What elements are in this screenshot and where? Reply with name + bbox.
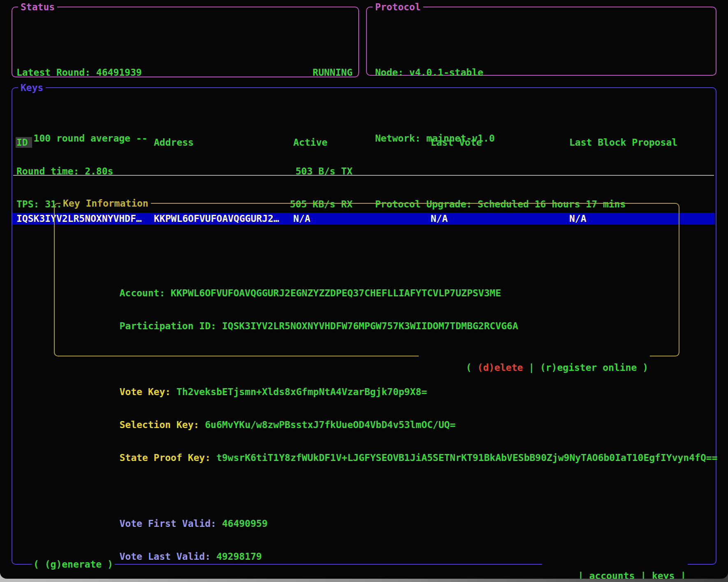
selection-key-value: 6u6MvYKu/w8zwPBsstxJ7fkUueOD4VbD4v53lmOC… [205,419,455,430]
vote-key-label: Vote Key: [119,386,176,397]
vote-last-valid-label: Vote Last Valid: [119,551,216,562]
tabs-pipe-left: | [578,570,589,579]
participation-id-value: IQSK3IYV2LR5NOXNYVHDFW76MPGW757K3WIIDOM7… [222,321,518,331]
selection-key-label: Selection Key: [119,419,205,430]
keys-panel: Keys ID Address Active Last Vote Last Bl… [12,87,716,565]
terminal-window: Status Latest Round: 46491939 RUNNING --… [0,0,728,579]
node-state-badge: RUNNING [313,67,352,78]
key-actions-hint: ( (d)elete | (r)egister online ) [419,350,650,362]
status-panel: Status Latest Round: 46491939 RUNNING --… [12,7,359,77]
protocol-panel-title: Protocol [373,1,423,13]
delete-action[interactable]: (d)elete [478,362,523,373]
status-panel-title: Status [18,1,57,13]
tabs-pipe-right: | [675,570,686,579]
column-header-last-vote: Last Vote [431,137,569,148]
vote-first-valid-value: 46490959 [222,518,268,529]
tab-accounts[interactable]: accounts [589,570,635,579]
table-header-separator [13,175,714,176]
key-information-panel: Key Information Account: KKPWL6OFVUFOAVQ… [54,203,679,356]
vote-key-value: Th2veksbETjsmn+Xlds8xGfmpNtA4VzarBgjk70p… [176,386,427,397]
participation-id-label: Participation ID: [119,321,222,331]
column-header-id: ID [16,137,32,148]
actions-separator: | [523,362,540,373]
vote-last-valid-value: 49298179 [216,551,262,562]
keys-table-header: ID Address Active Last Vote Last Block P… [12,137,716,148]
actions-open-paren: ( [466,362,478,373]
tabs-pipe-middle: | [635,570,652,579]
keys-panel-title: Keys [18,82,46,93]
actions-close-paren: ) [637,362,648,373]
column-header-last-block-proposal: Last Block Proposal [569,137,716,148]
latest-round: Latest Round: 46491939 [16,67,142,78]
node-version: Node: v4.0.1-stable [375,67,483,78]
register-online-action[interactable]: (r)egister online [540,362,637,373]
state-proof-key-label: State Proof Key: [119,452,216,463]
column-header-address: Address [154,137,293,148]
column-header-active: Active [293,137,431,148]
generate-action[interactable]: ( (g)enerate ) [32,559,115,570]
key-information-title: Key Information [60,198,151,209]
view-tabs: | accounts | keys | [542,559,688,570]
protocol-panel: Protocol Node: v4.0.1-stable Network: ma… [366,7,716,76]
account-label: Account: [119,288,171,298]
state-proof-key-value: t9wsrK6tiT1Y8zfWUkDF1V+LJGFYSEOVB1JiA5SE… [216,452,718,463]
tab-keys[interactable]: keys [652,570,675,579]
vote-first-valid-label: Vote First Valid: [119,518,222,529]
account-value: KKPWL6OFVUFOAVQGGURJ2EGNZYZZDPEQ37CHEFLL… [171,288,501,298]
